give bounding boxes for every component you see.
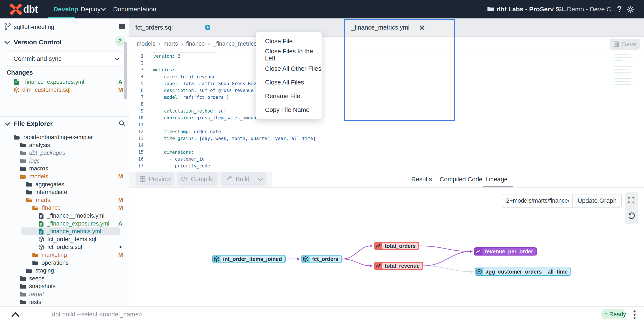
tree-item-dbt-packages[interactable]: dbt_packages — [0, 149, 130, 157]
tree-item-label: staging — [35, 267, 54, 274]
lineage-filter-input[interactable] — [502, 194, 573, 207]
lineage-node-fct_orders[interactable]: fct_orders — [302, 255, 342, 263]
tree-item-finance[interactable]: financeM — [0, 204, 130, 212]
kebab-menu-icon[interactable] — [632, 310, 637, 319]
docs-book-icon[interactable] — [118, 23, 126, 30]
tree-item-intermediate[interactable]: intermediate — [0, 188, 130, 196]
expand-panel-chevron-up-icon[interactable] — [11, 312, 20, 317]
minimap-line — [614, 82, 628, 82]
change-row[interactable]: _finance_exposures.yml A — [0, 78, 130, 86]
tree-item-logs[interactable]: logs — [0, 157, 130, 165]
gear-icon[interactable] — [626, 5, 634, 14]
minimap-line — [614, 78, 632, 79]
tree-item-fct-orders-sql[interactable]: fct_orders.sql — [0, 243, 130, 251]
menu-item-copy-file-name[interactable]: Copy File Name — [256, 103, 322, 117]
update-graph-button[interactable]: Update Graph — [573, 194, 622, 207]
change-row[interactable]: dim_customers.sql M — [0, 86, 130, 94]
nav-documentation[interactable]: Documentation — [113, 0, 156, 19]
tree-item-marts[interactable]: martsM — [0, 196, 130, 204]
tree-item-seeds[interactable]: seeds — [0, 275, 130, 282]
search-icon[interactable] — [118, 120, 126, 127]
fullscreen-icon[interactable] — [628, 197, 635, 204]
menu-item-close-all-other-files[interactable]: Close All Other Files — [256, 62, 322, 76]
tree-item-rapid-onboarding-exemplar[interactable]: rapid-onboarding-exemplar — [0, 133, 130, 141]
code-line: metrics: — [153, 67, 175, 73]
tab-lineage-real[interactable]: Lineage — [486, 171, 508, 187]
commit-and-sync-button[interactable]: Commit and sync — [7, 51, 123, 67]
change-status-badge: A — [118, 79, 122, 85]
folder-icon — [20, 142, 26, 148]
minimap-line — [614, 67, 630, 67]
menu-item-close-files-to-the-left[interactable]: Close Files to the Left — [256, 48, 322, 62]
tree-item-fct-order-items-sql[interactable]: fct_order_items.sql — [0, 235, 130, 243]
code-minimap[interactable] — [614, 53, 639, 85]
git-status-badge: A — [118, 220, 122, 227]
code-line: timestamp: order_date — [153, 128, 221, 135]
yml-file-icon — [38, 213, 44, 219]
project-selector[interactable]: dbt Labs - ProServ S… — [496, 0, 566, 19]
file-tree-scrollbar[interactable] — [124, 42, 126, 100]
commit-options-segment[interactable] — [111, 52, 123, 66]
lineage-node-int_order_items_joined[interactable]: int_order_items_joined — [212, 255, 286, 263]
tree-item-operations[interactable]: operations — [0, 259, 130, 267]
tree-item-analysis[interactable]: analysis — [0, 141, 130, 149]
tree-item-marketing[interactable]: marketingM — [0, 251, 130, 259]
file-explorer-chevron-icon[interactable] — [4, 122, 10, 126]
nav-develop[interactable]: Develop — [53, 0, 78, 19]
tree-item-macros[interactable]: macros — [0, 165, 130, 173]
tree-item-models[interactable]: modelsM — [0, 173, 130, 180]
save-button[interactable]: Save — [610, 39, 640, 50]
nav-deploy[interactable]: Deploy — [80, 0, 100, 19]
dbt-logo-icon[interactable] — [10, 3, 22, 16]
environment-selector[interactable]: SL Demo - Dave C… — [558, 0, 618, 19]
tree-item--finance-exposures-yml[interactable]: _finance_exposures.ymlA — [0, 220, 130, 228]
folder-icon — [20, 276, 26, 281]
tree-item--finance-metrics-yml[interactable]: _finance_metrics.yml — [0, 227, 130, 235]
preview-button[interactable]: Preview — [136, 172, 174, 186]
yml-file-icon — [38, 220, 44, 227]
lineage-node-total_orders[interactable]: total_orders — [374, 242, 419, 250]
cube-icon — [38, 236, 44, 242]
environment-chevron-down-icon[interactable] — [592, 8, 597, 11]
breadcrumb-models[interactable]: models — [137, 41, 155, 47]
build-options-chevron-icon[interactable] — [258, 177, 264, 181]
version-control-chevron-icon[interactable] — [4, 40, 10, 45]
build-button[interactable]: Build — [221, 172, 266, 186]
code-line: - name: total_revenue — [153, 73, 216, 80]
tree-item-staging[interactable]: staging — [0, 267, 130, 275]
tab-compiled-code[interactable]: Compiled Code — [440, 171, 482, 187]
code-editor[interactable]: 1version: 223metrics:4 - name: total_rev… — [130, 51, 644, 171]
minimap-line — [614, 59, 631, 59]
tree-item--finance-models-yml[interactable]: _finance__models.yml — [0, 212, 130, 220]
develop-active-underline — [48, 17, 74, 19]
tab-results[interactable]: Results — [411, 171, 432, 187]
tree-item-snapshots[interactable]: snapshots — [0, 282, 130, 290]
lineage-edge-arrow — [370, 264, 373, 267]
reset-view-icon[interactable] — [628, 212, 635, 220]
tree-item-tests[interactable]: tests — [0, 298, 130, 306]
dbt-command-input[interactable] — [52, 306, 566, 322]
tab-fct-orders[interactable]: fct_orders.sql — [130, 19, 215, 37]
tree-item-label: marketing — [42, 252, 67, 258]
menu-item-rename-file[interactable]: Rename File — [256, 89, 322, 103]
commit-and-sync-label: Commit and sync — [7, 55, 111, 62]
compile-button[interactable]: Compile — [177, 172, 218, 186]
branch-name[interactable]: sqlfluff-meeting — [14, 24, 54, 31]
close-tab-icon[interactable] — [419, 25, 425, 31]
help-icon[interactable]: ? — [617, 0, 622, 19]
logo-text[interactable]: dbt — [23, 0, 38, 19]
lineage-node-revenue_per_order[interactable]: revenue_per_order — [474, 247, 537, 255]
breadcrumb-finance[interactable]: finance — [186, 41, 205, 47]
breadcrumb-row: models› marts› finance› _finance_metrics… — [130, 37, 644, 51]
lineage-node-agg_customer_orders__all_time[interactable]: agg_customer_orders__all_time — [475, 267, 571, 276]
version-control-title[interactable]: Version Control — [14, 39, 62, 46]
menu-item-close-all-files[interactable]: Close All Files — [256, 76, 322, 89]
tree-item-aggregates[interactable]: aggregates — [0, 180, 130, 188]
file-explorer-title[interactable]: File Explorer — [14, 120, 53, 127]
top-nav-bar: dbt Develop Deploy Documentation dbt Lab… — [0, 0, 644, 19]
breadcrumb-marts[interactable]: marts — [164, 41, 178, 47]
menu-item-close-file[interactable]: Close File — [256, 34, 322, 48]
lineage-node-total_revenue[interactable]: total_revenue — [374, 262, 423, 270]
tab-finance-metrics[interactable]: _finance_metrics.yml — [344, 19, 455, 37]
tree-item-target[interactable]: target — [0, 290, 130, 298]
